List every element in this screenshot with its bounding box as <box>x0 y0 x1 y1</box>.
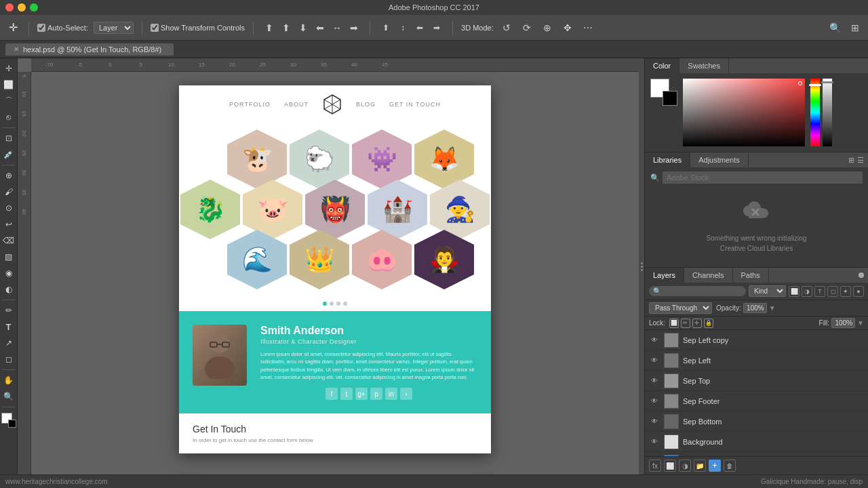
library-search-input[interactable] <box>663 171 863 184</box>
hue-slider[interactable] <box>810 79 820 146</box>
path-tool[interactable]: ↗ <box>1 336 16 350</box>
blur-tool[interactable]: ◉ <box>1 266 16 281</box>
social-google[interactable]: g+ <box>355 388 368 400</box>
search-button[interactable]: 🔍 <box>827 20 842 35</box>
social-facebook[interactable]: f <box>326 388 338 400</box>
background-swatch[interactable] <box>663 91 677 106</box>
dot-4[interactable] <box>343 302 347 306</box>
lock-position-button[interactable]: ✏ <box>681 319 690 328</box>
social-pinterest[interactable]: p <box>370 388 382 400</box>
brightness-slider[interactable] <box>823 79 832 146</box>
eraser-tool[interactable]: ⌫ <box>1 233 16 248</box>
layer-item[interactable]: 👁 Sep Left <box>645 350 868 371</box>
layer-filter-toggle[interactable]: ● <box>853 286 864 297</box>
fill-input[interactable] <box>831 318 855 328</box>
add-style-button[interactable]: fx <box>649 460 661 472</box>
marquee-tool[interactable]: ⬜ <box>1 77 16 92</box>
lasso-tool[interactable]: ⌒ <box>1 94 16 108</box>
fill-dropdown[interactable]: ▼ <box>857 319 864 327</box>
layer-item[interactable]: 👁 Sep Bottom <box>645 411 868 432</box>
layer-visibility-toggle[interactable]: 👁 <box>649 355 660 366</box>
align-left-button[interactable]: ⬅ <box>313 20 328 35</box>
swatches-tab[interactable]: Swatches <box>679 58 729 73</box>
auto-select-dropdown[interactable]: Layer Group <box>94 22 134 34</box>
magic-wand-tool[interactable]: ⎋ <box>1 110 16 125</box>
layer-item[interactable]: 👁 Sep Footer <box>645 391 868 411</box>
gradient-tool[interactable]: ▨ <box>1 249 16 264</box>
dodge-tool[interactable]: ◐ <box>1 282 16 297</box>
color-tab[interactable]: Color <box>645 58 679 73</box>
layer-item[interactable]: 👁 Background <box>645 432 868 452</box>
layer-visibility-toggle[interactable]: 👁 <box>649 335 660 346</box>
shape-tool[interactable]: ◻ <box>1 352 16 367</box>
distribute-left-button[interactable]: ⬅ <box>412 20 427 35</box>
auto-select-checkbox[interactable] <box>37 24 45 32</box>
history-tool[interactable]: ↩ <box>1 217 16 232</box>
layer-filter-shape[interactable]: ◻ <box>827 286 838 297</box>
move-tool[interactable]: ✛ <box>1 61 16 76</box>
3d-mode-button-1[interactable]: ↺ <box>499 20 514 35</box>
3d-mode-button-3[interactable]: ⊕ <box>540 20 555 35</box>
align-top-button[interactable]: ⬆ <box>262 20 277 35</box>
eyedropper-tool[interactable]: 💉 <box>1 147 16 162</box>
foreground-color-swatch[interactable] <box>1 413 16 428</box>
align-middle-button[interactable]: ⬆ <box>279 20 294 35</box>
layer-visibility-toggle[interactable]: 👁 <box>649 416 660 427</box>
zoom-tool[interactable]: 🔍 <box>1 389 16 404</box>
nav-blog[interactable]: BLOG <box>356 101 376 108</box>
layer-filter-adjustment[interactable]: ◑ <box>802 286 812 297</box>
nav-get-in-touch[interactable]: GET IN TOUCH <box>389 101 441 108</box>
new-layer-button[interactable]: + <box>709 460 721 472</box>
layers-options-button[interactable] <box>859 272 864 278</box>
lock-artboard-button[interactable]: ✛ <box>692 319 702 328</box>
crop-tool[interactable]: ⊡ <box>1 131 16 146</box>
layer-visibility-toggle[interactable]: 👁 <box>649 375 660 386</box>
3d-mode-button-2[interactable]: ⟳ <box>519 20 534 35</box>
minimize-button[interactable] <box>18 3 26 12</box>
healing-tool[interactable]: ⊕ <box>1 168 16 183</box>
channels-tab[interactable]: Channels <box>684 268 732 283</box>
dot-3[interactable] <box>336 302 340 306</box>
library-grid-view[interactable]: ⊞ <box>848 156 854 165</box>
maximize-button[interactable] <box>30 3 38 12</box>
distribute-top-button[interactable]: ⬆ <box>378 20 393 35</box>
fg-bg-swatches[interactable] <box>650 79 677 106</box>
clone-tool[interactable]: ⊙ <box>1 201 16 216</box>
layer-search-input[interactable] <box>663 287 704 295</box>
align-bottom-button[interactable]: ⬇ <box>296 20 311 35</box>
distribute-middle-button[interactable]: ↕ <box>395 20 410 35</box>
nav-about[interactable]: ABOUT <box>284 101 309 108</box>
color-gradient-area[interactable] <box>683 79 805 146</box>
delete-layer-button[interactable]: 🗑 <box>724 460 736 472</box>
new-adjustment-button[interactable]: ◑ <box>679 460 691 472</box>
adjustments-tab[interactable]: Adjustments <box>690 152 749 167</box>
align-center-button[interactable]: ↔ <box>330 20 344 35</box>
text-tool[interactable]: T <box>1 319 16 334</box>
layers-tab[interactable]: Layers <box>645 268 684 283</box>
social-linkedin[interactable]: in <box>385 388 397 400</box>
distribute-right-button[interactable]: ➡ <box>429 20 444 35</box>
hand-tool[interactable]: ✋ <box>1 373 16 388</box>
transform-controls-checkbox[interactable] <box>151 24 159 32</box>
tab-close-icon[interactable]: ✕ <box>14 45 19 53</box>
layer-filter-smart[interactable]: ✦ <box>840 286 851 297</box>
layer-visibility-toggle[interactable]: 👁 <box>649 396 660 407</box>
layer-item[interactable]: 👁 Sep Left copy <box>645 330 868 350</box>
pen-tool[interactable]: ✏ <box>1 303 16 318</box>
new-group-button[interactable]: 📁 <box>694 460 706 472</box>
paths-tab[interactable]: Paths <box>733 268 769 283</box>
opacity-dropdown[interactable]: ▼ <box>769 304 776 312</box>
layer-filter-pixel[interactable]: ⬜ <box>789 286 800 297</box>
close-button[interactable] <box>5 3 14 12</box>
layer-filter-type[interactable]: T <box>814 286 825 297</box>
window-controls[interactable] <box>5 3 38 12</box>
arrange-button[interactable]: ⊞ <box>848 20 863 35</box>
layer-visibility-toggle[interactable]: 👁 <box>649 436 660 447</box>
panel-collapse-button[interactable] <box>639 58 644 474</box>
document-tab[interactable]: ✕ hexal.psd @ 50% (Get In Touch, RGB/8#) <box>5 43 174 56</box>
opacity-input[interactable] <box>743 303 767 313</box>
lock-all-button[interactable]: 🔒 <box>704 319 713 328</box>
brush-tool[interactable]: 🖌 <box>1 184 16 199</box>
nav-portfolio[interactable]: PORTFOLIO <box>229 101 271 108</box>
libraries-tab[interactable]: Libraries <box>645 152 690 167</box>
